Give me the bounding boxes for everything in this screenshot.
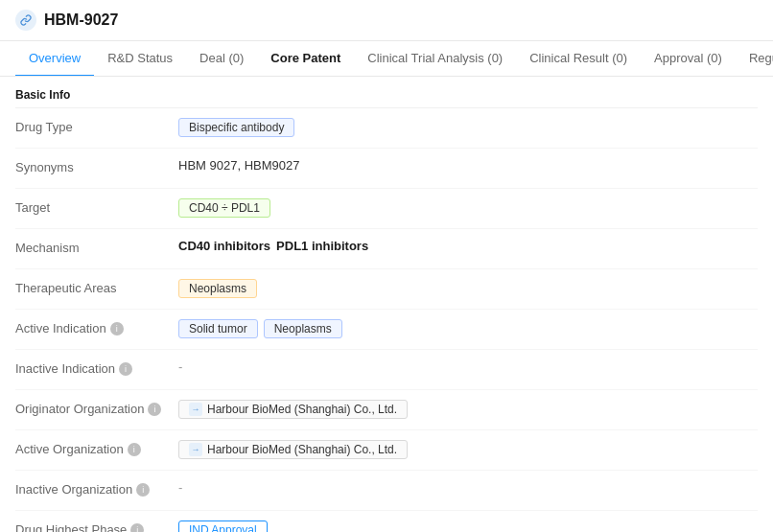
originator-org-tag[interactable]: → Harbour BioMed (Shanghai) Co., Ltd. (178, 400, 408, 419)
main-content: Basic Info Drug Type Bispecific antibody… (0, 77, 773, 532)
therapeutic-tag[interactable]: Neoplasms (178, 279, 257, 298)
tab-clinical-trial-analysis[interactable]: Clinical Trial Analysis (0) (354, 41, 516, 77)
therapeutic-areas-value: Neoplasms (178, 279, 758, 298)
tab-deal[interactable]: Deal (0) (186, 41, 257, 77)
drug-type-value: Bispecific antibody (178, 118, 758, 137)
originator-org-name: Harbour BioMed (Shanghai) Co., Ltd. (207, 403, 397, 416)
target-tag[interactable]: CD40 ÷ PDL1 (178, 198, 270, 218)
drug-highest-phase-row: Drug Highest Phase i IND Approval (15, 511, 758, 532)
tab-regulation[interactable]: Regulation (0) (736, 41, 773, 77)
drug-highest-phase-label: Drug Highest Phase i (15, 520, 178, 532)
inactive-indication-info-icon[interactable]: i (119, 362, 132, 376)
originator-org-info-icon[interactable]: i (148, 403, 161, 416)
active-indication-info-icon[interactable]: i (110, 322, 124, 335)
originator-organization-row: Originator Organization i → Harbour BioM… (15, 390, 758, 430)
active-indication-row: Active Indication i Solid tumor Neoplasm… (15, 310, 758, 350)
active-organization-row: Active Organization i → Harbour BioMed (… (15, 430, 758, 471)
tab-bar: Overview R&D Status Deal (0) Core Patent… (0, 41, 773, 77)
tab-rd-status[interactable]: R&D Status (94, 41, 186, 77)
inactive-indication-value: - (178, 359, 758, 374)
page-header: HBM-9027 (0, 0, 773, 41)
inactive-organization-value: - (178, 480, 758, 495)
target-label: Target (15, 198, 178, 215)
inactive-org-dash: - (178, 480, 182, 495)
tab-clinical-result[interactable]: Clinical Result (0) (516, 41, 641, 77)
target-row: Target CD40 ÷ PDL1 (15, 189, 758, 229)
drug-type-row: Drug Type Bispecific antibody (15, 108, 758, 149)
inactive-indication-dash: - (178, 359, 182, 374)
tab-approval[interactable]: Approval (0) (641, 41, 736, 77)
mechanism-value: CD40 inhibitors PDL1 inhibitors (178, 239, 758, 253)
inactive-indication-row: Inactive Indication i - (15, 350, 758, 390)
inactive-organization-row: Inactive Organization i - (15, 471, 758, 511)
target-value: CD40 ÷ PDL1 (178, 198, 758, 218)
tab-overview[interactable]: Overview (15, 41, 94, 77)
inactive-indication-label: Inactive Indication i (15, 359, 178, 376)
tab-core-patent[interactable]: Core Patent (257, 41, 354, 77)
therapeutic-areas-row: Therapeutic Areas Neoplasms (15, 269, 758, 310)
synonyms-label: Synonyms (15, 158, 178, 174)
active-indication-label: Active Indication i (15, 319, 178, 335)
therapeutic-areas-label: Therapeutic Areas (15, 279, 178, 295)
drug-highest-phase-value: IND Approval (178, 520, 758, 532)
drug-highest-phase-tag[interactable]: IND Approval (178, 520, 268, 532)
mechanism-text-2: PDL1 inhibitors (276, 239, 368, 253)
inactive-organization-label: Inactive Organization i (15, 480, 178, 497)
originator-org-icon: → (189, 403, 202, 416)
active-org-icon: → (189, 443, 202, 456)
originator-organization-label: Originator Organization i (15, 400, 178, 416)
synonyms-row: Synonyms HBM 9027, HBM9027 (15, 149, 758, 189)
inactive-org-info-icon[interactable]: i (136, 483, 150, 497)
synonyms-text: HBM 9027, HBM9027 (178, 158, 299, 173)
active-indication-tag-1[interactable]: Solid tumor (178, 319, 258, 338)
active-org-tag[interactable]: → Harbour BioMed (Shanghai) Co., Ltd. (178, 440, 408, 459)
mechanism-label: Mechanism (15, 239, 178, 255)
active-indication-value: Solid tumor Neoplasms (178, 319, 758, 338)
synonyms-value: HBM 9027, HBM9027 (178, 158, 758, 173)
mechanism-text-1: CD40 inhibitors (178, 239, 270, 253)
active-organization-label: Active Organization i (15, 440, 178, 456)
active-org-name: Harbour BioMed (Shanghai) Co., Ltd. (207, 443, 397, 456)
originator-organization-value: → Harbour BioMed (Shanghai) Co., Ltd. (178, 400, 758, 419)
active-indication-tag-2[interactable]: Neoplasms (264, 319, 342, 338)
active-org-info-icon[interactable]: i (128, 443, 141, 456)
drug-highest-phase-info-icon[interactable]: i (130, 523, 144, 533)
active-organization-value: → Harbour BioMed (Shanghai) Co., Ltd. (178, 440, 758, 459)
drug-type-tag[interactable]: Bispecific antibody (178, 118, 294, 137)
drug-type-label: Drug Type (15, 118, 178, 134)
header-icon (15, 10, 36, 31)
section-basic-info: Basic Info (15, 77, 758, 108)
page-title: HBM-9027 (44, 12, 118, 29)
mechanism-row: Mechanism CD40 inhibitors PDL1 inhibitor… (15, 229, 758, 269)
